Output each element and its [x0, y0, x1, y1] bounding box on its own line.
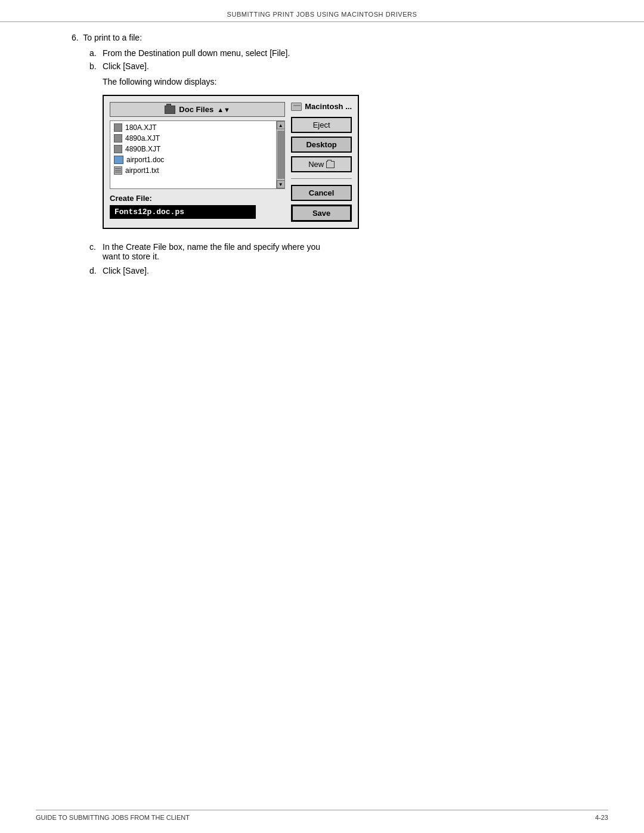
- following-text: The following window displays:: [72, 77, 596, 86]
- page-footer: GUIDE TO SUBMITTING JOBS FROM THE CLIENT…: [36, 810, 608, 821]
- sub-step-c-text: In the Create File box, name the file an…: [103, 242, 320, 261]
- file-name: 4890B.XJT: [125, 145, 160, 153]
- sub-step-b-label: b.: [89, 61, 103, 71]
- footer-right: 4-23: [595, 814, 608, 821]
- disk-icon: [291, 103, 302, 111]
- page-header: SUBMITTING PRINT JOBS USING MACINTOSH DR…: [0, 11, 644, 22]
- new-folder-icon: [326, 161, 335, 168]
- create-file-section: Create File: Fonts12p.doc.ps: [110, 194, 285, 219]
- file-name: airport1.doc: [126, 156, 164, 164]
- popup-arrow: ▲▼: [217, 106, 230, 113]
- file-icon: [114, 166, 122, 175]
- list-item[interactable]: airport1.doc: [110, 154, 284, 165]
- sub-step-d-text: Click [Save].: [103, 266, 149, 275]
- file-list: 180A.XJT 4890a.XJT 4890B.XJT: [110, 121, 284, 177]
- file-list-container: 180A.XJT 4890a.XJT 4890B.XJT: [110, 120, 285, 189]
- sub-step-c-label: c.: [89, 242, 103, 252]
- sub-step-d: d. Click [Save].: [72, 266, 596, 275]
- sub-step-a-text: From the Destination pull down menu, sel…: [103, 48, 290, 58]
- sub-steps-list: a. From the Destination pull down menu, …: [72, 48, 596, 71]
- create-file-label: Create File:: [110, 194, 285, 203]
- cancel-button[interactable]: Cancel: [291, 185, 352, 201]
- file-icon: [114, 134, 122, 143]
- folder-selector[interactable]: Doc Files ▲▼: [110, 102, 285, 117]
- create-file-input[interactable]: Fonts12p.doc.ps: [110, 205, 256, 219]
- file-name: airport1.txt: [125, 166, 159, 175]
- step-text: To print to a file:: [83, 33, 142, 42]
- sub-step-b-text: Click [Save].: [103, 61, 149, 71]
- file-icon: [114, 156, 123, 164]
- dialog-top: Doc Files ▲▼ 180A.XJT 4890a.XJ: [110, 102, 352, 222]
- folder-icon: [165, 106, 175, 114]
- file-icon: [114, 145, 122, 153]
- sub-step-a: a. From the Destination pull down menu, …: [89, 48, 596, 58]
- scrollbar[interactable]: ▲ ▼: [276, 121, 284, 188]
- volume-name: Macintosh ...: [291, 102, 352, 111]
- scroll-down-button[interactable]: ▼: [277, 180, 285, 188]
- dialog-container: Doc Files ▲▼ 180A.XJT 4890a.XJ: [103, 95, 596, 229]
- folder-name: Doc Files: [179, 105, 213, 114]
- new-button[interactable]: New: [291, 156, 352, 172]
- footer-left: GUIDE TO SUBMITTING JOBS FROM THE CLIENT: [36, 814, 190, 821]
- scroll-up-button[interactable]: ▲: [277, 121, 285, 129]
- sub-step-b: b. Click [Save].: [89, 61, 596, 71]
- list-item[interactable]: airport1.txt: [110, 165, 284, 176]
- new-button-label: New: [308, 160, 324, 169]
- main-content: 6. To print to a file: a. From the Desti…: [72, 33, 596, 275]
- file-name: 4890a.XJT: [125, 134, 160, 143]
- sub-step-a-label: a.: [89, 48, 103, 58]
- header-title: SUBMITTING PRINT JOBS USING MACINTOSH DR…: [227, 11, 417, 18]
- dialog-right: Macintosh ... Eject Desktop New: [291, 102, 352, 222]
- scroll-thumb[interactable]: [277, 131, 284, 179]
- divider: [291, 178, 352, 179]
- sub-step-c: c. In the Create File box, name the file…: [72, 242, 596, 261]
- file-icon: [114, 123, 122, 132]
- volume-label: Macintosh ...: [305, 102, 352, 111]
- step-6-header: 6. To print to a file:: [72, 33, 596, 42]
- save-button[interactable]: Save: [291, 205, 352, 222]
- list-item[interactable]: 4890a.XJT: [110, 133, 284, 144]
- file-name: 180A.XJT: [125, 123, 157, 132]
- dialog-left: Doc Files ▲▼ 180A.XJT 4890a.XJ: [110, 102, 285, 219]
- list-item[interactable]: 180A.XJT: [110, 122, 284, 133]
- step-number: 6.: [72, 33, 79, 42]
- list-item[interactable]: 4890B.XJT: [110, 144, 284, 154]
- eject-button[interactable]: Eject: [291, 117, 352, 133]
- sub-step-d-label: d.: [89, 266, 103, 275]
- save-dialog: Doc Files ▲▼ 180A.XJT 4890a.XJ: [103, 95, 359, 229]
- desktop-button[interactable]: Desktop: [291, 137, 352, 153]
